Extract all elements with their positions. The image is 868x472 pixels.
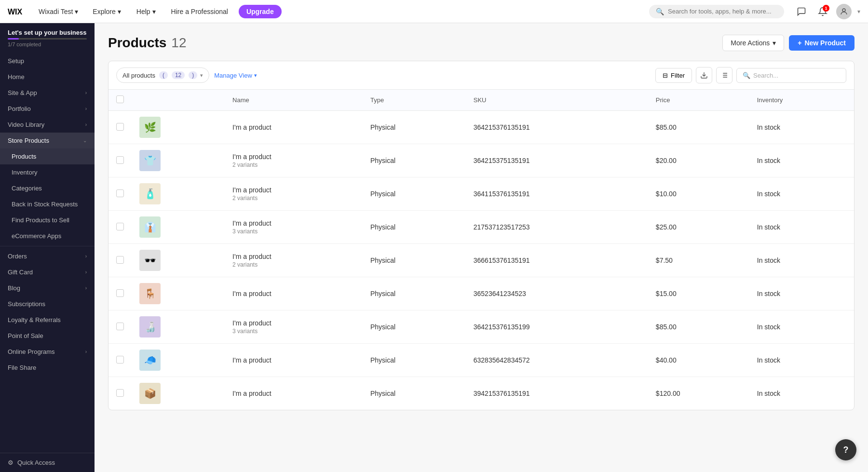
- chevron-down-icon: ▾: [254, 72, 257, 79]
- select-all-checkbox[interactable]: [116, 95, 124, 103]
- sidebar-item-products[interactable]: Products: [0, 148, 95, 164]
- sidebar-divider: [0, 246, 95, 246]
- columns-button[interactable]: [716, 67, 732, 83]
- manage-view-button[interactable]: Manage View ▾: [214, 72, 257, 79]
- product-name: I'm a product: [232, 219, 355, 227]
- price-header[interactable]: Price: [648, 90, 749, 111]
- chevron-right-icon: ›: [85, 285, 87, 291]
- notifications-icon-button[interactable]: 1: [815, 4, 830, 19]
- product-thumbnail-cell: 👔: [132, 211, 225, 244]
- sidebar-item-ecommerce-apps[interactable]: eCommerce Apps: [0, 228, 95, 244]
- help-nav-item[interactable]: Help ▾: [132, 6, 161, 17]
- quick-access-button[interactable]: ⚙ Quick Access: [8, 459, 87, 466]
- row-checkbox-cell[interactable]: [108, 177, 132, 211]
- plus-icon: +: [798, 39, 801, 47]
- chevron-down-icon: ▾: [773, 39, 776, 47]
- sidebar-item-setup[interactable]: Setup: [0, 53, 95, 69]
- export-button[interactable]: [696, 67, 712, 83]
- global-search-input[interactable]: [668, 8, 777, 15]
- setup-section: Let's set up your business 1/7 completed: [0, 23, 95, 51]
- sidebar-item-store-products[interactable]: Store Products ⌄: [0, 133, 95, 148]
- hire-professional-nav-item[interactable]: Hire a Professional: [166, 6, 233, 17]
- sidebar-item-find-products[interactable]: Find Products to Sell: [0, 212, 95, 228]
- row-checkbox[interactable]: [116, 356, 124, 364]
- table-row: 🕶️ I'm a product 2 variants Physical 366…: [108, 244, 854, 277]
- product-name-cell[interactable]: I'm a product: [225, 111, 363, 144]
- select-all-header[interactable]: [108, 90, 132, 111]
- chevron-right-icon: ›: [85, 122, 87, 127]
- product-name: I'm a product: [232, 153, 355, 161]
- upgrade-button[interactable]: Upgrade: [239, 5, 282, 18]
- row-checkbox[interactable]: [116, 156, 124, 164]
- new-product-button[interactable]: + New Product: [789, 35, 854, 51]
- product-price-cell: $25.00: [648, 211, 749, 244]
- row-checkbox-cell[interactable]: [108, 111, 132, 144]
- product-thumbnail-cell: 🧴: [132, 177, 225, 211]
- product-thumbnail: 🌿: [139, 117, 161, 138]
- row-checkbox-cell[interactable]: [108, 211, 132, 244]
- inventory-header[interactable]: Inventory: [749, 90, 854, 111]
- row-checkbox[interactable]: [116, 389, 124, 397]
- name-header[interactable]: Name: [225, 90, 363, 111]
- more-actions-button[interactable]: More Actions ▾: [722, 35, 784, 51]
- product-variants: 2 variants: [232, 261, 355, 268]
- table-search[interactable]: 🔍: [736, 68, 846, 83]
- product-name-cell[interactable]: I'm a product 2 variants: [225, 177, 363, 211]
- row-checkbox[interactable]: [116, 323, 124, 330]
- product-type-cell: Physical: [363, 177, 466, 211]
- row-checkbox[interactable]: [116, 289, 124, 297]
- filter-dropdown[interactable]: All products (12) ▾: [116, 67, 209, 83]
- site-name-dropdown[interactable]: Wixadi Test ▾: [35, 6, 82, 17]
- filter-count-value: 12: [172, 71, 185, 79]
- sidebar-item-categories[interactable]: Categories: [0, 180, 95, 196]
- sidebar-item-site-app[interactable]: Site & App ›: [0, 85, 95, 101]
- filter-count: (: [159, 71, 168, 79]
- product-inventory-cell: In stock: [749, 177, 854, 211]
- row-checkbox[interactable]: [116, 123, 124, 131]
- row-checkbox-cell[interactable]: [108, 377, 132, 410]
- row-checkbox[interactable]: [116, 256, 124, 264]
- table-row: 👔 I'm a product 3 variants Physical 2175…: [108, 211, 854, 244]
- sidebar-item-subscriptions[interactable]: Subscriptions: [0, 296, 95, 312]
- sidebar-item-inventory[interactable]: Inventory: [0, 164, 95, 180]
- global-search[interactable]: 🔍: [649, 5, 784, 18]
- chat-icon-button[interactable]: [794, 4, 809, 19]
- sidebar-item-video-library[interactable]: Video Library ›: [0, 117, 95, 133]
- product-name-cell[interactable]: I'm a product: [225, 377, 363, 410]
- type-header[interactable]: Type: [363, 90, 466, 111]
- help-button[interactable]: ?: [835, 439, 856, 460]
- sidebar-item-back-in-stock[interactable]: Back in Stock Requests: [0, 196, 95, 212]
- sidebar-item-loyalty-referrals[interactable]: Loyalty & Referrals: [0, 312, 95, 328]
- setup-title: Let's set up your business: [8, 29, 87, 36]
- product-name-cell[interactable]: I'm a product: [225, 344, 363, 377]
- svg-point-1: [842, 9, 845, 12]
- product-sku-cell: 364115376135191: [466, 177, 648, 211]
- sidebar-item-gift-card[interactable]: Gift Card ›: [0, 264, 95, 280]
- row-checkbox-cell[interactable]: [108, 144, 132, 177]
- row-checkbox-cell[interactable]: [108, 244, 132, 277]
- sidebar-item-blog[interactable]: Blog ›: [0, 280, 95, 296]
- filter-button[interactable]: ⊟ Filter: [655, 68, 692, 83]
- row-checkbox[interactable]: [116, 223, 124, 230]
- product-thumbnail: 🪑: [139, 283, 161, 304]
- user-avatar[interactable]: [836, 4, 852, 19]
- row-checkbox-cell[interactable]: [108, 310, 132, 344]
- sidebar-item-portfolio[interactable]: Portfolio ›: [0, 101, 95, 117]
- product-name-cell[interactable]: I'm a product 2 variants: [225, 244, 363, 277]
- sku-header[interactable]: SKU: [466, 90, 648, 111]
- row-checkbox-cell[interactable]: [108, 277, 132, 310]
- sidebar-item-orders[interactable]: Orders ›: [0, 248, 95, 264]
- product-name-cell[interactable]: I'm a product 3 variants: [225, 211, 363, 244]
- product-name-cell[interactable]: I'm a product 2 variants: [225, 144, 363, 177]
- sidebar-item-point-of-sale[interactable]: Point of Sale: [0, 328, 95, 344]
- product-name-cell[interactable]: I'm a product: [225, 277, 363, 310]
- sidebar-item-file-share[interactable]: File Share: [0, 360, 95, 376]
- sidebar-item-online-programs[interactable]: Online Programs ›: [0, 344, 95, 360]
- product-name-cell[interactable]: I'm a product 3 variants: [225, 310, 363, 344]
- row-checkbox-cell[interactable]: [108, 344, 132, 377]
- table-search-input[interactable]: [753, 72, 840, 79]
- chevron-down-icon: ▾: [200, 72, 203, 79]
- sidebar-item-home[interactable]: Home: [0, 69, 95, 85]
- row-checkbox[interactable]: [116, 189, 124, 197]
- explore-nav-item[interactable]: Explore ▾: [88, 6, 125, 17]
